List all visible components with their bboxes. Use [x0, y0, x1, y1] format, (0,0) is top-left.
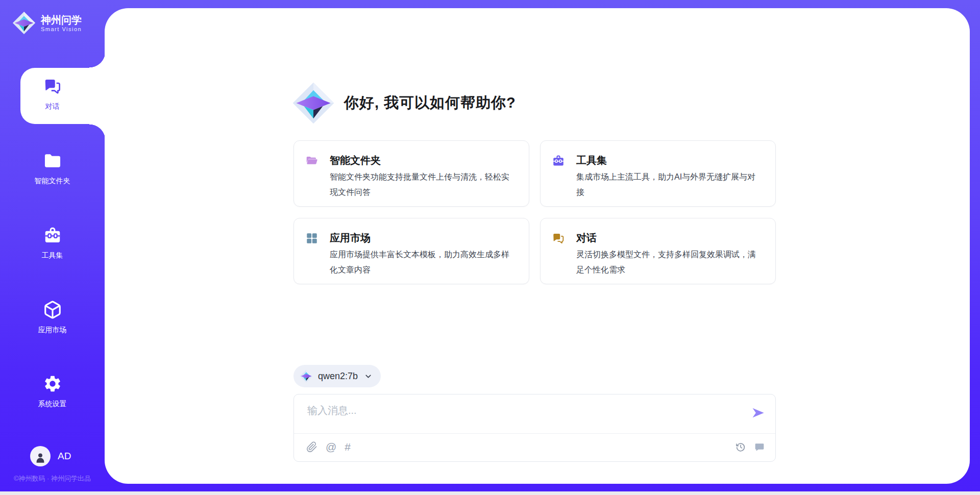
sidebar-item-chat[interactable]: 对话 [0, 77, 105, 111]
user-name: AD [58, 451, 71, 462]
mention-icon[interactable]: @ [326, 441, 336, 453]
card-description: 灵活切换多模型文件，支持多样回复效果调试，满足个性化需求 [576, 247, 761, 278]
gear-icon [43, 374, 62, 393]
card-title: 智能文件夹 [330, 154, 381, 167]
greeting: 你好, 我可以如何帮助你? [292, 82, 516, 125]
person-icon [34, 451, 47, 464]
brand-logo: 神州问学 Smart Vision [12, 11, 82, 35]
user-profile[interactable]: AD [30, 446, 71, 466]
sidebar-item-toolset[interactable]: 工具集 [0, 226, 105, 260]
card-title: 对话 [576, 231, 597, 245]
sidebar-item-label: 工具集 [0, 251, 105, 260]
app-title: 神州问学 [41, 14, 82, 26]
sidebar-item-settings[interactable]: 系统设置 [0, 374, 105, 409]
card-title: 工具集 [576, 154, 607, 167]
greeting-text: 你好, 我可以如何帮助你? [344, 93, 516, 113]
tab-curve-bottom [89, 124, 106, 140]
card-chat[interactable]: 对话 灵活切换多模型文件，支持多样回复效果调试，满足个性化需求 [540, 218, 776, 284]
chat-bubbles-icon [552, 232, 565, 245]
card-app-market[interactable]: 应用市场 应用市场提供丰富长文本模板，助力高效生成多样化文章内容 [293, 218, 529, 284]
feature-cards: 智能文件夹 智能文件夹功能支持批量文件上传与清洗，轻松实现文件问答 工具集 集成… [293, 140, 776, 284]
sidebar-item-label: 对话 [0, 102, 105, 111]
model-diamond-icon [300, 369, 313, 383]
model-selector[interactable]: qwen2:7b [293, 365, 381, 387]
cube-icon [43, 300, 62, 319]
attachment-icon[interactable] [306, 441, 317, 453]
folder-icon [43, 151, 62, 170]
composer-tools-left: @ # [306, 441, 351, 453]
sidebar-item-app-market[interactable]: 应用市场 [0, 300, 105, 335]
window-bottom-edge [0, 491, 980, 495]
tab-curve-top [89, 52, 106, 68]
sidebar-item-label: 智能文件夹 [0, 177, 105, 186]
grid-icon [305, 232, 318, 245]
card-description: 集成市场上主流工具，助力AI与外界无缝扩展与对接 [576, 169, 761, 200]
message-composer: @ # [293, 394, 776, 462]
topic-icon[interactable]: # [345, 441, 351, 453]
card-description: 智能文件夹功能支持批量文件上传与清洗，轻松实现文件问答 [330, 169, 514, 200]
message-input[interactable] [306, 403, 737, 430]
toolbox-icon [552, 154, 565, 167]
feedback-icon[interactable] [754, 441, 765, 453]
model-name: qwen2:7b [318, 371, 358, 382]
chat-bubbles-icon [43, 77, 62, 96]
card-smart-folder[interactable]: 智能文件夹 智能文件夹功能支持批量文件上传与清洗，轻松实现文件问答 [293, 140, 529, 207]
toolbox-icon [43, 226, 62, 245]
chevron-down-icon [364, 372, 373, 381]
card-description: 应用市场提供丰富长文本模板，助力高效生成多样化文章内容 [330, 247, 514, 278]
card-toolset[interactable]: 工具集 集成市场上主流工具，助力AI与外界无缝扩展与对接 [540, 140, 776, 207]
open-folder-icon [305, 154, 318, 167]
sidebar-item-label: 系统设置 [0, 400, 105, 409]
app-window: 神州问学 Smart Vision 对话 智能文件夹 [0, 0, 980, 495]
copyright-text: ©神州数码 · 神州问学出品 [0, 474, 105, 483]
sidebar-item-smart-folder[interactable]: 智能文件夹 [0, 151, 105, 186]
composer-divider [294, 433, 775, 434]
sidebar-item-label: 应用市场 [0, 326, 105, 335]
history-icon[interactable] [735, 441, 746, 453]
card-title: 应用市场 [330, 231, 371, 245]
composer-tools-right [735, 441, 765, 453]
brand-diamond-icon [292, 82, 335, 125]
app-subtitle: Smart Vision [41, 26, 82, 33]
sidebar: 神州问学 Smart Vision 对话 智能文件夹 [0, 0, 105, 495]
avatar [30, 446, 51, 466]
brand-diamond-icon [12, 11, 36, 35]
send-icon[interactable] [751, 406, 765, 420]
